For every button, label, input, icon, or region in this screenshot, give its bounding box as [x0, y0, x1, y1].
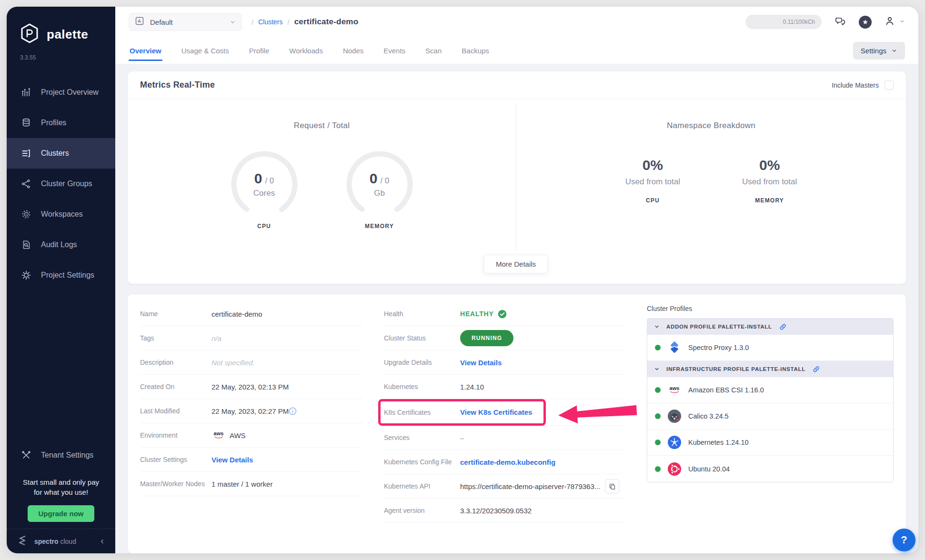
detail-row-environment: EnvironmentawsAWS: [140, 423, 363, 448]
detail-label: Upgrade Details: [384, 359, 460, 366]
breadcrumb-clusters-link[interactable]: Clusters: [258, 18, 282, 26]
aws-logo-icon: aws: [211, 428, 226, 442]
detail-value: 1.24.10: [460, 383, 484, 391]
detail-row-kubernetes: Kubernetes1.24.10: [384, 375, 626, 399]
tab-profile[interactable]: Profile: [248, 37, 271, 64]
healthy-check-icon: [498, 310, 507, 319]
profile-item-calico-3-24-5[interactable]: Calico 3.24.5: [647, 403, 893, 430]
info-icon[interactable]: [289, 407, 297, 415]
status-dot: [655, 440, 661, 445]
star-badge-icon[interactable]: ★: [859, 16, 872, 29]
view-details-link[interactable]: View Details: [460, 359, 502, 367]
sidebar-item-tenant-settings[interactable]: Tenant Settings: [7, 440, 115, 470]
audit-icon: [21, 240, 31, 250]
gauges: 0/ 0CoresCPU0/ 0GbMEMORY: [224, 149, 420, 230]
detail-value: 22 May, 2023, 02:13 PM: [211, 383, 289, 391]
profile-item-name: Spectro Proxy 1.3.0: [688, 344, 749, 351]
user-menu[interactable]: [884, 15, 905, 29]
sidebar-item-label: Profiles: [41, 119, 66, 127]
k8s-icon: [667, 435, 682, 450]
usage-quota-badge[interactable]: 0.11/100kCh: [745, 15, 822, 29]
detail-value: 1 master / 1 worker: [211, 480, 272, 488]
gauge-values: 0/ 0Cores: [224, 149, 305, 220]
profile-link-icon[interactable]: [779, 323, 787, 331]
profile-item-amazon-ebs-csi-1-16-0[interactable]: awsAmazon EBS CSI 1.16.0: [647, 377, 893, 403]
namespace-metric-label: CPU: [646, 197, 660, 204]
kubernetes-api-value: https://certificate-demo-apiserver-78793…: [460, 482, 600, 490]
profile-item-name: Calico 3.24.5: [688, 412, 729, 420]
metrics-body: Request / Total 0/ 0CoresCPU0/ 0GbMEMORY…: [128, 99, 906, 284]
chart-icon: [21, 87, 31, 98]
detail-row-upgrade-details: Upgrade DetailsView Details: [384, 350, 626, 375]
tab-scan[interactable]: Scan: [424, 37, 442, 64]
breadcrumb-separator: /: [251, 18, 253, 26]
profile-section-header[interactable]: INFRASTRUCTURE PROFILE PALETTE-INSTALL: [647, 361, 893, 377]
chevron-down-icon: [891, 48, 897, 54]
detail-label: Cluster Settings: [140, 456, 211, 463]
profile-item-name: Ubuntu 20.04: [688, 465, 730, 473]
profile-item-ubuntu-20-04[interactable]: Ubuntu 20.04: [647, 456, 893, 482]
sidebar-item-workspaces[interactable]: Workspaces: [7, 199, 115, 230]
sidebar-item-cluster-groups[interactable]: Cluster Groups: [7, 169, 115, 199]
more-details-button[interactable]: More Details: [484, 255, 548, 273]
detail-value: Not specified.: [211, 359, 255, 367]
sidebar-item-audit-logs[interactable]: Audit Logs: [7, 230, 115, 260]
collapse-sidebar-chevron-icon[interactable]: [99, 538, 106, 545]
sidebar-item-project-settings[interactable]: Project Settings: [7, 260, 115, 290]
gauge-value-row: 0/ 0: [254, 170, 274, 187]
detail-row-description: DescriptionNot specified.: [140, 350, 363, 375]
detail-label: Master/Worker Nodes: [140, 480, 211, 488]
status-dot: [655, 345, 661, 350]
upgrade-promo: Start small and only pay for what you us…: [7, 470, 115, 522]
profile-item-spectro-proxy-1-3-0[interactable]: Spectro Proxy 1.3.0: [647, 335, 893, 361]
user-icon: [884, 15, 895, 29]
detail-row-services: Services–: [384, 426, 626, 450]
certificate-demo-kubeconfig-link[interactable]: certificate-demo.kubeconfig: [460, 458, 555, 466]
sidebar-item-profiles[interactable]: Profiles: [7, 108, 115, 138]
profile-item-kubernetes-1-24-10[interactable]: Kubernetes 1.24.10: [647, 430, 893, 456]
spectro-cloud-logo-icon: [16, 534, 29, 549]
detail-value: 22 May, 2023, 02:27 PM: [211, 407, 289, 415]
detail-row-kubernetes-api: Kubernetes APIhttps://certificate-demo-a…: [384, 474, 626, 499]
detail-row-health: HealthHEALTHY: [384, 302, 626, 326]
sidebar-item-label: Project Overview: [41, 88, 99, 97]
profile-link-icon[interactable]: [812, 365, 820, 373]
tab-overview[interactable]: Overview: [129, 37, 162, 64]
sidebar-item-label: Clusters: [41, 149, 69, 158]
detail-label: Created On: [140, 383, 211, 390]
tab-nodes[interactable]: Nodes: [342, 37, 364, 64]
tab-backups[interactable]: Backups: [461, 37, 490, 64]
gear-icon: [21, 270, 31, 280]
detail-label: Agent version: [384, 507, 460, 514]
help-button[interactable]: ?: [893, 529, 915, 551]
sidebar-item-project-overview[interactable]: Project Overview: [7, 77, 115, 108]
namespace-caption: Used from total: [742, 177, 797, 187]
chat-icon[interactable]: [834, 16, 846, 28]
tab-workloads[interactable]: Workloads: [288, 37, 324, 64]
copy-button[interactable]: [605, 479, 619, 493]
tab-events[interactable]: Events: [382, 37, 406, 64]
profile-section-title: ADDON PROFILE PALETTE-INSTALL: [666, 324, 772, 330]
sidebar-item-label: Workspaces: [41, 210, 83, 219]
project-selector[interactable]: Default: [129, 13, 242, 31]
namespace-panel: Namespace Breakdown 0%Used from totalCPU…: [516, 99, 906, 204]
detail-label: Name: [140, 310, 211, 318]
upgrade-now-button[interactable]: Upgrade now: [28, 505, 94, 522]
include-masters-checkbox[interactable]: [885, 80, 894, 90]
gauge-unit: Cores: [253, 189, 275, 198]
cluster-profiles-column: Cluster Profiles ADDON PROFILE PALETTE-I…: [647, 302, 894, 546]
profile-section-header[interactable]: ADDON PROFILE PALETTE-INSTALL: [647, 319, 893, 335]
topbar: Default / Clusters / certificate-demo 0.…: [115, 7, 918, 37]
cluster-status-badge: RUNNING: [460, 330, 513, 346]
profile-item-name: Kubernetes 1.24.10: [688, 439, 749, 446]
namespace-stat-cpu: 0%Used from totalCPU: [625, 157, 680, 204]
page-content: Metrics Real-Time Include Masters Reques…: [115, 64, 918, 553]
sidebar-item-clusters[interactable]: Clusters: [7, 138, 115, 169]
view-k8s-certificates-link[interactable]: View K8s Certificates: [460, 408, 532, 416]
cluster-info-column: Namecertificate-demoTagsn/aDescriptionNo…: [140, 302, 363, 546]
view-details-link[interactable]: View Details: [211, 456, 253, 464]
settings-button[interactable]: Settings: [853, 42, 905, 60]
status-dot: [655, 387, 661, 393]
tab-usage-costs[interactable]: Usage & Costs: [181, 37, 230, 64]
gauge-memory: 0/ 0GbMEMORY: [339, 149, 420, 230]
